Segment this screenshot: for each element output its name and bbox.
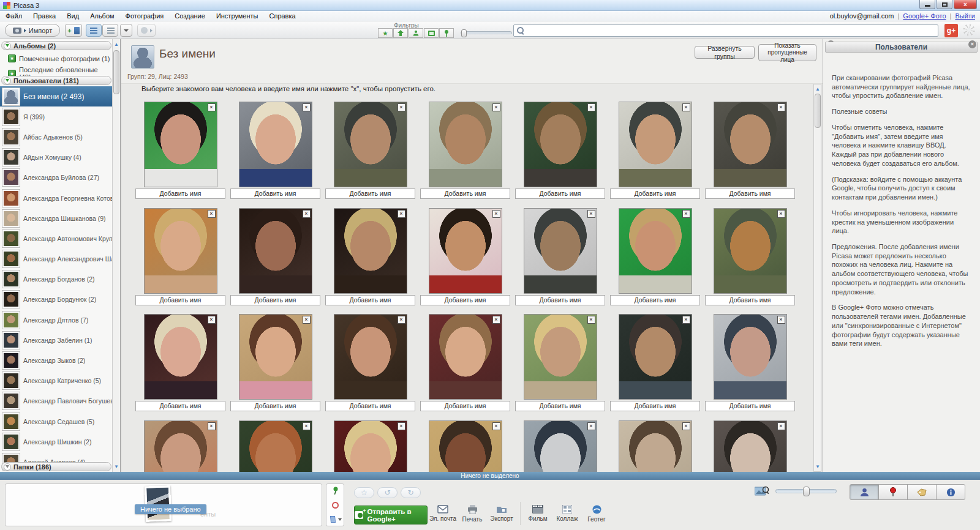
- menu-item[interactable]: Файл: [0, 12, 28, 20]
- rotate-right-button[interactable]: ↻: [401, 487, 421, 498]
- face-photo[interactable]: ×: [334, 314, 407, 400]
- skip-face-button[interactable]: ×: [682, 422, 690, 430]
- add-name-button[interactable]: Добавить имя: [420, 401, 510, 411]
- sidebar-user-item[interactable]: Александр Бордунюк (2): [0, 289, 113, 310]
- face-photo[interactable]: ×: [239, 208, 312, 294]
- collapse-triangle-icon[interactable]: [4, 463, 11, 471]
- sidebar-user-item[interactable]: Александр Забелин (1): [0, 330, 113, 350]
- close-panel-button[interactable]: ×: [968, 40, 976, 48]
- scroll-up-icon[interactable]: ▲: [814, 85, 821, 93]
- add-name-button[interactable]: Добавить имя: [515, 295, 605, 305]
- uploaded-filter-button[interactable]: [393, 28, 408, 38]
- sidebar-user-item[interactable]: Александра Георгиевна Котова...: [0, 188, 113, 208]
- sidebar-user-item[interactable]: Без имени (2 493): [0, 86, 113, 106]
- skip-face-button[interactable]: ×: [777, 316, 785, 324]
- scrollbar-thumb[interactable]: [815, 94, 821, 128]
- properties-view-button[interactable]: [936, 484, 965, 500]
- sidebar-user-item[interactable]: Я (399): [0, 106, 113, 127]
- face-photo[interactable]: ×: [714, 314, 787, 400]
- face-photo[interactable]: ×: [524, 102, 597, 187]
- face-photo[interactable]: ×: [524, 314, 597, 400]
- skip-face-button[interactable]: ×: [208, 210, 216, 218]
- geotag-filter-button[interactable]: [439, 28, 454, 38]
- add-to-album-button[interactable]: [329, 515, 342, 523]
- add-name-button[interactable]: Добавить имя: [230, 295, 320, 305]
- rotate-left-button[interactable]: ↺: [377, 487, 398, 498]
- face-photo[interactable]: ×: [619, 420, 692, 472]
- collapse-triangle-icon[interactable]: [4, 77, 11, 84]
- sidebar-user-item[interactable]: Александр Александрович Ша...: [0, 249, 113, 269]
- skip-face-button[interactable]: ×: [303, 316, 311, 324]
- sidebar-user-item[interactable]: Александр Богданов (2): [0, 269, 113, 289]
- faces-filter-button[interactable]: [409, 28, 423, 38]
- upload-google-plus-button[interactable]: + Отправить в Google+: [354, 506, 428, 524]
- tree-view-button[interactable]: [102, 24, 118, 37]
- sidebar-user-item[interactable]: Александра Шишканова (9): [0, 208, 113, 228]
- close-button[interactable]: ×: [954, 0, 977, 9]
- thumbnail-size-slider[interactable]: [775, 489, 837, 493]
- face-photo[interactable]: ×: [714, 208, 787, 294]
- sidebar-user-item[interactable]: Айбас Адыкенов (5): [0, 127, 113, 147]
- face-photo[interactable]: ×: [714, 102, 787, 187]
- face-photo[interactable]: ×: [619, 102, 692, 187]
- skip-face-button[interactable]: ×: [587, 210, 595, 218]
- face-photo[interactable]: ×: [429, 420, 502, 472]
- main-scrollbar[interactable]: ▲ ▼: [813, 84, 821, 472]
- people-view-button[interactable]: [850, 484, 879, 500]
- add-name-button[interactable]: Добавить имя: [135, 401, 225, 411]
- hold-pin-icon[interactable]: [331, 487, 339, 495]
- sidebar-user-item[interactable]: Александр Зыков (2): [0, 350, 113, 370]
- filter-slider[interactable]: [461, 31, 512, 34]
- menu-item[interactable]: Альбом: [85, 12, 119, 20]
- sidebar-scrollbar[interactable]: ▲ ▼: [112, 39, 120, 472]
- menu-item[interactable]: Вид: [61, 12, 85, 20]
- sidebar-user-item[interactable]: Александр Павлович Богушевс...: [0, 391, 113, 411]
- google-plus-icon[interactable]: g+: [944, 24, 958, 37]
- add-name-button[interactable]: Добавить имя: [610, 188, 700, 199]
- menu-item[interactable]: Справка: [263, 12, 301, 20]
- scroll-down-icon[interactable]: ▼: [113, 463, 120, 471]
- face-photo[interactable]: ×: [619, 208, 692, 294]
- google-photos-link[interactable]: Google+ Фото: [903, 12, 946, 20]
- add-name-button[interactable]: Добавить имя: [515, 188, 605, 199]
- skip-face-button[interactable]: ×: [492, 103, 500, 111]
- sidebar-user-item[interactable]: Александр Катриченко (5): [0, 371, 113, 391]
- face-photo[interactable]: ×: [239, 420, 312, 472]
- sidebar-user-item[interactable]: Александр Автономович Крупк...: [0, 228, 113, 248]
- flat-view-button[interactable]: [86, 24, 102, 37]
- view-options-dropdown[interactable]: [120, 24, 132, 37]
- sidebar-user-item[interactable]: Александр Дятлов (7): [0, 310, 113, 330]
- users-section-header[interactable]: Пользователи (181): [1, 76, 111, 85]
- places-view-button[interactable]: [878, 484, 908, 500]
- face-photo[interactable]: ×: [144, 420, 217, 472]
- collage-button[interactable]: Коллаж: [552, 505, 582, 522]
- face-photo[interactable]: ×: [714, 420, 787, 472]
- star-button[interactable]: ☆: [354, 487, 374, 498]
- add-name-button[interactable]: Добавить имя: [515, 401, 605, 411]
- minimize-button[interactable]: [919, 0, 935, 9]
- scroll-up-icon[interactable]: ▲: [113, 40, 120, 48]
- add-name-button[interactable]: Добавить имя: [325, 295, 415, 305]
- skip-face-button[interactable]: ×: [398, 422, 405, 430]
- sidebar-user-item[interactable]: Айдын Хомушку (4): [0, 147, 113, 168]
- face-photo[interactable]: ×: [239, 102, 312, 187]
- add-name-button[interactable]: Добавить имя: [420, 295, 510, 305]
- add-name-button[interactable]: Добавить имя: [610, 401, 700, 411]
- menu-item[interactable]: Создание: [169, 12, 211, 20]
- skip-face-button[interactable]: ×: [492, 422, 500, 430]
- sidebar-user-item[interactable]: Александр Седашев (5): [0, 411, 113, 431]
- movie-button[interactable]: Фильм: [524, 505, 552, 522]
- skip-face-button[interactable]: ×: [303, 103, 311, 111]
- people-button[interactable]: [137, 24, 156, 37]
- face-photo[interactable]: ×: [334, 208, 407, 294]
- scroll-down-icon[interactable]: ▼: [814, 463, 821, 471]
- skip-face-button[interactable]: ×: [303, 422, 311, 430]
- menu-item[interactable]: Фотография: [120, 12, 170, 20]
- logout-link[interactable]: Выйти: [955, 12, 975, 20]
- skip-face-button[interactable]: ×: [398, 210, 405, 218]
- face-photo[interactable]: ×: [144, 314, 217, 400]
- search-input[interactable]: [524, 26, 935, 35]
- clear-tray-icon[interactable]: [332, 502, 339, 509]
- skip-face-button[interactable]: ×: [587, 103, 595, 111]
- add-name-button[interactable]: Добавить имя: [230, 401, 320, 411]
